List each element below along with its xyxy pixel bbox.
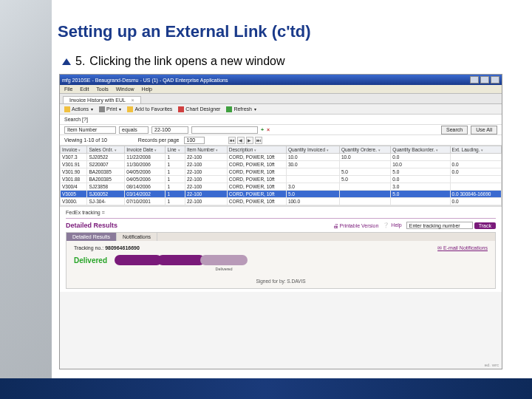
table-cell: 22-100 bbox=[185, 183, 227, 191]
table-cell: 5.0 bbox=[286, 191, 339, 198]
toolbar-print[interactable]: Print▾ bbox=[99, 106, 121, 112]
tab-close-icon[interactable]: × bbox=[132, 98, 134, 103]
chart-icon bbox=[178, 106, 184, 112]
table-cell: SJ23858 bbox=[87, 183, 125, 191]
table-cell: 22-100 bbox=[185, 176, 227, 183]
search-button[interactable]: Search bbox=[441, 126, 468, 134]
table-cell: 5.0 bbox=[339, 168, 390, 176]
grid-col-header[interactable]: Item Number ▾ bbox=[185, 146, 227, 154]
tracking-input[interactable]: Enter tracking number bbox=[406, 222, 473, 229]
minimize-button[interactable] bbox=[470, 76, 479, 83]
results-grid: Invoice ▾Sales Ordr. ▾Invoice Date ▾Line… bbox=[60, 146, 502, 205]
email-notifications-link[interactable]: ✉ E-mail Notifications bbox=[437, 245, 488, 251]
table-row[interactable]: V307.3SJ2052211/22/2008122-100CORD, POWE… bbox=[61, 154, 502, 161]
lightning-icon bbox=[64, 106, 70, 112]
corner-text: ed. wrc bbox=[485, 363, 499, 367]
toolbar-chart[interactable]: Chart Designer bbox=[178, 106, 220, 112]
pager-prev-icon[interactable]: ◀ bbox=[237, 137, 245, 144]
table-cell: 5.0 bbox=[391, 191, 450, 198]
grid-col-header[interactable]: Description ▾ bbox=[227, 146, 286, 154]
pager-next-icon[interactable]: ▶ bbox=[246, 137, 253, 144]
grid-col-header[interactable]: Quantity Invoiced ▾ bbox=[286, 146, 339, 154]
search-add-icon[interactable]: + bbox=[261, 127, 264, 132]
table-cell: V301.91 bbox=[61, 161, 87, 168]
tracking-no-label: Tracking no.: bbox=[74, 245, 103, 250]
tracking-no-value: 980964616690 bbox=[105, 245, 140, 250]
perpage-select[interactable]: 100 bbox=[184, 137, 205, 144]
table-cell: 08/14/2006 bbox=[125, 183, 166, 191]
table-cell bbox=[339, 183, 390, 191]
grid-col-header[interactable]: Invoice Date ▾ bbox=[125, 146, 166, 154]
grid-col-header[interactable]: Quantity Backorder. ▾ bbox=[391, 146, 450, 154]
menu-window[interactable]: Window bbox=[116, 86, 134, 92]
table-cell bbox=[339, 191, 390, 198]
useall-button[interactable]: Use All bbox=[471, 126, 497, 134]
grid-col-header[interactable]: Ext. Lauding. ▾ bbox=[450, 146, 501, 154]
table-cell bbox=[450, 154, 501, 161]
bullet-number: 5. bbox=[75, 55, 85, 68]
grid-col-header[interactable]: Line ▾ bbox=[166, 146, 185, 154]
maximize-button[interactable] bbox=[480, 76, 489, 83]
table-cell: 0.0 bbox=[450, 168, 501, 176]
table-cell: CORD, POWER, 10ft bbox=[227, 198, 286, 205]
grid-col-header[interactable]: Quantity Ordere. ▾ bbox=[339, 146, 390, 154]
grid-col-header[interactable]: Sales Ordr. ▾ bbox=[87, 146, 125, 154]
help-link[interactable]: ❔ Help bbox=[383, 222, 401, 228]
pager-last-icon[interactable]: ⏭ bbox=[255, 137, 262, 144]
menu-tools[interactable]: Tools bbox=[96, 86, 108, 92]
signed-for-by: Signed for by: S.DAVIS bbox=[74, 279, 488, 284]
search-field-op[interactable]: equals bbox=[119, 126, 149, 134]
table-cell: 5.0 bbox=[339, 176, 390, 183]
table-row[interactable]: V301.88BA20038504/05/2006122-100CORD, PO… bbox=[61, 176, 502, 183]
table-cell: BA200385 bbox=[87, 168, 125, 176]
table-cell: 1 bbox=[166, 154, 185, 161]
table-cell: 11/22/2008 bbox=[125, 154, 166, 161]
titlebar: mfg 2010SE - Beaugrand-Desmu - US (1) - … bbox=[60, 75, 502, 85]
table-cell: CORD, POWER, 10ft bbox=[227, 168, 286, 176]
table-cell: CORD, POWER, 10ft bbox=[227, 161, 286, 168]
table-cell: 1 bbox=[166, 198, 185, 205]
menu-edit[interactable]: Edit bbox=[80, 86, 89, 92]
table-row[interactable]: V3000.SJ-304-07/10/2001122-100CORD, POWE… bbox=[61, 198, 502, 205]
grid-col-header[interactable]: Invoice ▾ bbox=[61, 146, 87, 154]
table-row[interactable]: V300/4SJ2385808/14/2006122-100CORD, POWE… bbox=[61, 183, 502, 191]
table-cell bbox=[286, 168, 339, 176]
tab-notifications[interactable]: Notifications bbox=[117, 233, 157, 241]
search-remove-icon[interactable]: × bbox=[267, 127, 270, 132]
table-row[interactable]: V301.91S22000711/30/2006122-100CORD, POW… bbox=[61, 161, 502, 168]
search-field-extra[interactable] bbox=[191, 126, 258, 134]
tab-invoice-history[interactable]: Invoice History with EUL × bbox=[63, 96, 141, 103]
toolbar: Actions▾ Print▾ Add to Favorites Chart D… bbox=[60, 104, 502, 115]
toolbar-refresh[interactable]: Refresh▾ bbox=[226, 106, 256, 112]
pager-first-icon[interactable]: ⏮ bbox=[228, 137, 236, 144]
table-row[interactable]: V3005SJ0005203/14/2002122-100CORD, POWER… bbox=[61, 191, 502, 198]
tab-detailed-results[interactable]: Detailed Results bbox=[66, 233, 117, 241]
table-cell: CORD, POWER, 10ft bbox=[227, 191, 286, 198]
close-button[interactable] bbox=[491, 76, 499, 83]
menu-file[interactable]: File bbox=[64, 86, 72, 92]
table-row[interactable]: V301.90BA20038504/05/2006122-100CORD, PO… bbox=[61, 168, 502, 176]
search-field-name[interactable]: Item Number bbox=[64, 126, 116, 134]
help-icon: ❔ bbox=[383, 222, 389, 228]
table-cell: 10.0 bbox=[391, 161, 450, 168]
table-cell: 3.0 bbox=[391, 183, 450, 191]
toolbar-favorites[interactable]: Add to Favorites bbox=[127, 106, 172, 112]
menubar: File Edit Tools Window Help bbox=[60, 85, 502, 94]
table-cell: 04/05/2006 bbox=[125, 176, 166, 183]
refresh-icon bbox=[226, 106, 232, 112]
table-cell: SJ-304- bbox=[87, 198, 125, 205]
tabbar: Invoice History with EUL × bbox=[60, 94, 502, 104]
table-cell: 0.0 bbox=[450, 198, 501, 205]
table-cell: 07/10/2001 bbox=[125, 198, 166, 205]
table-cell: 30.0 bbox=[286, 161, 339, 168]
track-button[interactable]: Track bbox=[474, 222, 496, 229]
search-field-val[interactable]: 22-100 bbox=[151, 126, 188, 134]
table-cell: 0.0 bbox=[391, 176, 450, 183]
printable-version-link[interactable]: 🖨 Printable Version bbox=[333, 223, 379, 228]
table-cell: 03/14/2002 bbox=[125, 191, 166, 198]
table-cell: 11/30/2006 bbox=[125, 161, 166, 168]
menu-help[interactable]: Help bbox=[142, 86, 152, 92]
toolbar-actions[interactable]: Actions▾ bbox=[64, 106, 93, 112]
table-cell bbox=[286, 176, 339, 183]
table-cell: 04/05/2006 bbox=[125, 168, 166, 176]
